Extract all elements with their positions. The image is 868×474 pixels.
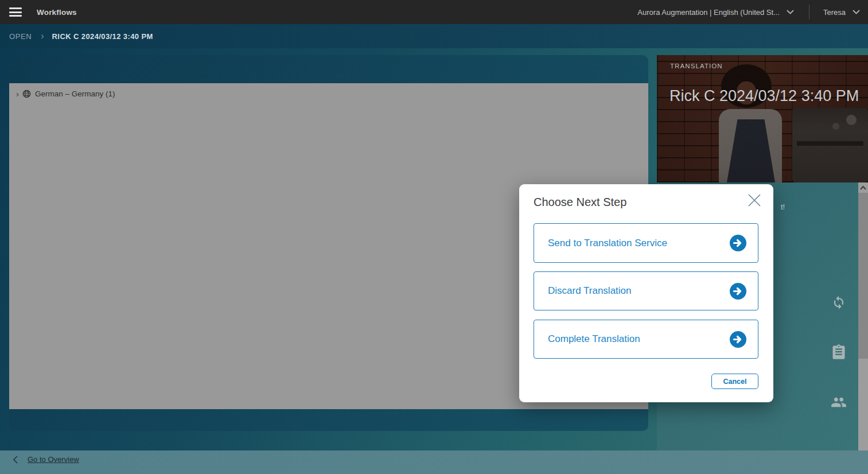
chevron-down-icon xyxy=(853,10,860,14)
sidebar-eyebrow: TRANSLATION xyxy=(670,63,723,69)
arrow-right-circle-icon xyxy=(730,283,746,300)
topbar-right: Aurora Augmentation | English (United St… xyxy=(637,0,860,24)
close-button[interactable] xyxy=(747,193,762,208)
globe-icon xyxy=(22,90,31,98)
site-language-label: Aurora Augmentation | English (United St… xyxy=(637,8,780,17)
action-bar: Go to Overview Download XLIFF Open in Co… xyxy=(0,450,868,474)
sync-button[interactable] xyxy=(830,294,847,311)
chevron-up-icon xyxy=(860,185,866,190)
breadcrumb-current: RICK C 2024/03/12 3:40 PM xyxy=(52,32,153,41)
sidebar-partial-text: t! xyxy=(781,203,785,211)
user-menu[interactable]: Teresa xyxy=(823,8,860,17)
people-button[interactable] xyxy=(830,394,847,411)
translation-title: Rick C 2024/03/12 3:40 PM xyxy=(670,87,859,105)
clipboard-icon xyxy=(831,344,847,360)
option-label: Discard Translation xyxy=(548,285,632,297)
option-label: Send to Translation Service xyxy=(548,238,667,249)
breadcrumb-open[interactable]: OPEN xyxy=(9,32,32,41)
menu-button[interactable] xyxy=(9,7,22,17)
app-title: Workflows xyxy=(37,8,77,17)
tree-item-label: German – Germany (1) xyxy=(35,90,115,98)
chevron-left-icon xyxy=(13,456,18,464)
app-root: Workflows Aurora Augmentation | English … xyxy=(0,0,868,474)
close-icon xyxy=(748,193,761,207)
tree-expander-icon[interactable]: › xyxy=(16,90,19,98)
choose-next-step-dialog: Choose Next Step Send to Translation Ser… xyxy=(519,184,773,402)
user-name: Teresa xyxy=(823,8,846,17)
arrow-right-circle-icon xyxy=(730,331,746,348)
chevron-right-icon: › xyxy=(41,31,44,41)
arrow-right-circle-icon xyxy=(730,235,746,251)
option-label: Complete Translation xyxy=(548,333,640,345)
sync-icon xyxy=(831,294,847,310)
go-to-overview-link[interactable]: Go to Overview xyxy=(13,455,79,464)
dialog-title: Choose Next Step xyxy=(534,196,626,209)
topbar-divider xyxy=(809,5,809,20)
clipboard-button[interactable] xyxy=(830,344,847,361)
option-send-to-translation-service[interactable]: Send to Translation Service xyxy=(534,223,758,263)
translation-hero-image: TRANSLATION Rick C 2024/03/12 3:40 PM xyxy=(657,55,868,182)
scroll-up-button[interactable] xyxy=(858,182,868,193)
site-language-selector[interactable]: Aurora Augmentation | English (United St… xyxy=(637,8,794,17)
hamburger-icon xyxy=(9,7,22,9)
scrollbar[interactable] xyxy=(858,182,868,450)
scrollbar-thumb[interactable] xyxy=(858,359,868,450)
top-bar: Workflows Aurora Augmentation | English … xyxy=(0,0,868,24)
option-discard-translation[interactable]: Discard Translation xyxy=(534,271,758,310)
tree-item-german-germany[interactable]: › German – Germany (1) xyxy=(9,86,648,102)
back-label: Go to Overview xyxy=(28,455,79,464)
option-complete-translation[interactable]: Complete Translation xyxy=(534,320,758,359)
image-overlay xyxy=(657,55,868,182)
breadcrumb: OPEN › RICK C 2024/03/12 3:40 PM xyxy=(0,24,868,48)
people-icon xyxy=(831,394,847,410)
cancel-button[interactable]: Cancel xyxy=(711,374,758,389)
chevron-down-icon xyxy=(787,10,794,14)
